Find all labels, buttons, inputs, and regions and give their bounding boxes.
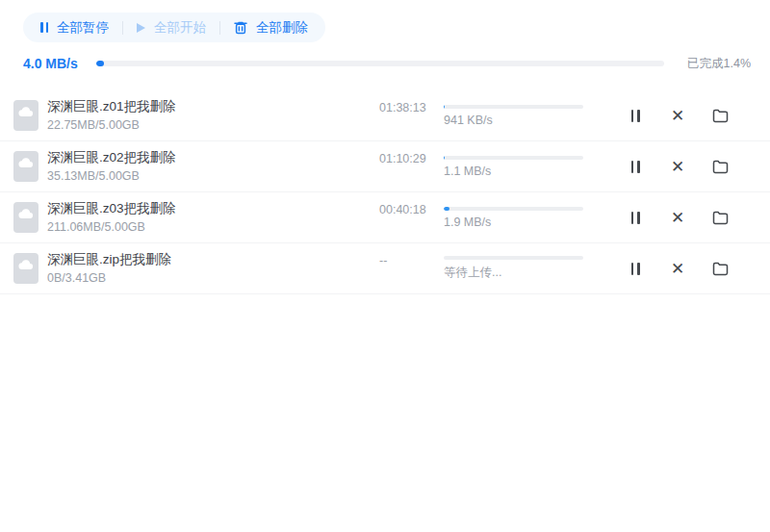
row-progress: 等待上传... [444, 256, 583, 281]
cancel-task-button[interactable]: ✕ [668, 208, 687, 227]
transfer-row[interactable]: 深渊巨眼.zip把我删除 0B/3.41GB -- 等待上传... ✕ [0, 243, 770, 294]
file-name: 深渊巨眼.zip把我删除 [47, 251, 379, 268]
start-all-label: 全部开始 [154, 19, 206, 37]
overall-speed: 4.0 MB/s [23, 56, 96, 71]
cloud-file-icon [13, 151, 38, 182]
close-icon: ✕ [671, 108, 684, 124]
row-actions: ✕ [626, 259, 730, 278]
file-size: 35.13MB/5.00GB [47, 168, 379, 185]
file-name: 深渊巨眼.z02把我删除 [47, 149, 379, 166]
file-meta: 深渊巨眼.z01把我删除 22.75MB/5.00GB [47, 98, 379, 134]
row-progress-track [444, 105, 583, 109]
pause-task-button[interactable] [626, 208, 645, 227]
transfer-speed: 1.1 MB/s [444, 165, 583, 178]
file-meta: 深渊巨眼.z03把我删除 211.06MB/5.00GB [47, 200, 379, 236]
close-icon: ✕ [671, 159, 684, 175]
time-remaining: -- [379, 254, 437, 267]
row-progress: 1.9 MB/s [444, 207, 583, 229]
pause-task-button[interactable] [626, 157, 645, 176]
time-remaining: 01:38:13 [379, 101, 437, 114]
row-actions: ✕ [626, 157, 730, 176]
toolbar-divider [219, 21, 220, 35]
row-progress-track [444, 256, 583, 260]
play-icon [137, 23, 145, 33]
cancel-task-button[interactable]: ✕ [668, 259, 687, 278]
transfer-status: 等待上传... [444, 265, 583, 281]
cloud-file-icon [13, 202, 38, 233]
cancel-task-button[interactable]: ✕ [668, 157, 687, 176]
file-size: 22.75MB/5.00GB [47, 117, 379, 134]
cancel-task-button[interactable]: ✕ [668, 106, 687, 125]
pause-icon [631, 212, 640, 224]
row-progress-fill [444, 105, 445, 109]
pause-all-button[interactable]: 全部暂停 [40, 19, 109, 37]
toolbar-divider [122, 21, 123, 35]
row-progress-track [444, 156, 583, 160]
transfer-list: 深渊巨眼.z01把我删除 22.75MB/5.00GB 01:38:13 941… [0, 90, 770, 294]
pause-icon [631, 110, 640, 122]
time-remaining: 01:10:29 [379, 152, 437, 165]
file-name: 深渊巨眼.z01把我删除 [47, 98, 379, 115]
cloud-file-icon [13, 253, 38, 284]
delete-all-label: 全部删除 [256, 19, 308, 37]
overall-progress-fill [96, 61, 104, 66]
file-meta: 深渊巨眼.z02把我删除 35.13MB/5.00GB [47, 149, 379, 185]
open-folder-button[interactable] [710, 259, 730, 278]
row-progress-fill [444, 207, 449, 211]
trash-icon [234, 20, 247, 35]
file-size: 211.06MB/5.00GB [47, 219, 379, 236]
delete-all-button[interactable]: 全部删除 [234, 19, 308, 37]
row-progress-track [444, 207, 583, 211]
transfer-row[interactable]: 深渊巨眼.z02把我删除 35.13MB/5.00GB 01:10:29 1.1… [0, 141, 770, 192]
transfer-row[interactable]: 深渊巨眼.z03把我删除 211.06MB/5.00GB 00:40:18 1.… [0, 192, 770, 243]
overall-progress-bar-row: 4.0 MB/s 已完成1.4% [23, 42, 751, 85]
cloud-file-icon [13, 100, 38, 131]
row-progress: 941 KB/s [444, 105, 583, 127]
transfer-toolbar: 全部暂停 全部开始 全部删除 [23, 13, 325, 42]
pause-icon [631, 161, 640, 173]
overall-progress-track [96, 61, 664, 66]
overall-completed-label: 已完成1.4% [687, 56, 751, 72]
transfer-speed: 941 KB/s [444, 114, 583, 127]
row-actions: ✕ [626, 208, 730, 227]
pause-all-label: 全部暂停 [57, 19, 109, 37]
row-progress: 1.1 MB/s [444, 156, 583, 178]
pause-icon [631, 263, 640, 275]
file-size: 0B/3.41GB [47, 270, 379, 287]
start-all-button[interactable]: 全部开始 [137, 19, 206, 37]
row-actions: ✕ [626, 106, 730, 125]
open-folder-button[interactable] [710, 208, 730, 227]
close-icon: ✕ [671, 210, 684, 226]
folder-icon [712, 109, 729, 123]
pause-icon [40, 22, 48, 33]
close-icon: ✕ [671, 261, 684, 277]
pause-task-button[interactable] [626, 106, 645, 125]
open-folder-button[interactable] [710, 157, 730, 176]
open-folder-button[interactable] [710, 106, 730, 125]
file-meta: 深渊巨眼.zip把我删除 0B/3.41GB [47, 251, 379, 287]
folder-icon [712, 211, 729, 225]
pause-task-button[interactable] [626, 259, 645, 278]
row-progress-fill [444, 156, 445, 160]
file-name: 深渊巨眼.z03把我删除 [47, 200, 379, 217]
folder-icon [712, 262, 729, 276]
transfer-row[interactable]: 深渊巨眼.z01把我删除 22.75MB/5.00GB 01:38:13 941… [0, 90, 770, 141]
folder-icon [712, 160, 729, 174]
time-remaining: 00:40:18 [379, 203, 437, 216]
transfer-speed: 1.9 MB/s [444, 215, 583, 229]
